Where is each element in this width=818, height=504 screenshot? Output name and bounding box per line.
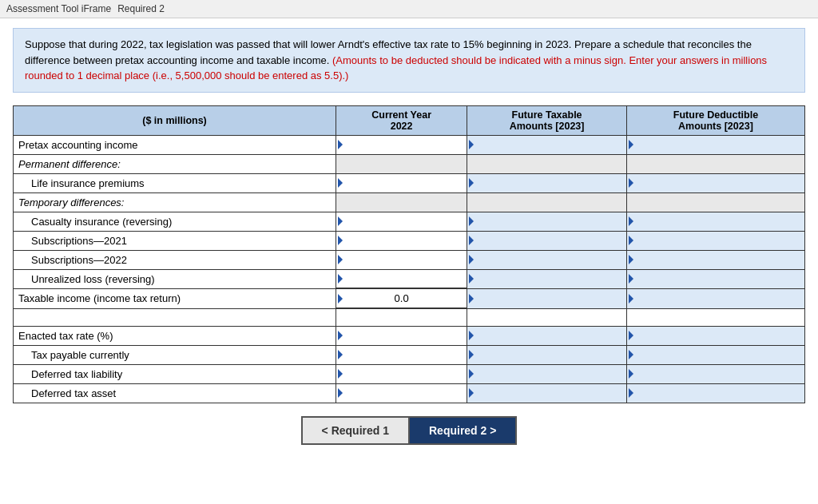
main-container: Suppose that during 2022, tax legislatio… <box>0 18 818 454</box>
triangle-icon <box>629 294 633 304</box>
triangle-icon <box>338 350 343 359</box>
header-col2: Future TaxableAmounts [2023] <box>467 105 627 135</box>
triangle-icon <box>629 236 633 245</box>
table-row: Deferred tax asset <box>14 383 805 403</box>
triangle-icon <box>629 255 633 264</box>
triangle-icon <box>629 331 633 340</box>
table-row: Permanent difference: <box>14 154 805 173</box>
triangle-icon <box>338 236 343 245</box>
nav-buttons: < Required 1 Required 2 > <box>13 416 805 445</box>
triangle-icon <box>338 216 343 226</box>
triangle-icon <box>338 331 343 340</box>
triangle-icon <box>629 140 633 149</box>
table-row: Taxable income (income tax return) 0.0 <box>14 288 805 308</box>
triangle-icon <box>338 255 343 264</box>
triangle-icon <box>469 350 474 359</box>
row-label: Life insurance premiums <box>14 173 336 192</box>
triangle-icon <box>469 236 474 245</box>
header-row-label: ($ in millions) <box>14 105 336 135</box>
row-label: Pretax accounting income <box>14 135 336 154</box>
triangle-icon <box>629 178 633 188</box>
triangle-icon <box>469 388 474 398</box>
triangle-icon <box>338 294 343 304</box>
row-label: Unrealized loss (reversing) <box>14 269 336 288</box>
table-row: Subscriptions—2022 <box>14 250 805 269</box>
triangle-icon <box>629 350 633 359</box>
triangle-icon <box>338 369 343 379</box>
table-row: Subscriptions—2021 <box>14 231 805 250</box>
row-label: Subscriptions—2022 <box>14 250 336 269</box>
row-label: Deferred tax liability <box>14 364 336 383</box>
triangle-icon <box>469 178 474 188</box>
triangle-icon <box>629 216 633 226</box>
header-col3: Future DeductibleAmounts [2023] <box>626 105 804 135</box>
triangle-icon <box>469 216 474 226</box>
triangle-icon <box>469 294 474 304</box>
row-label: Enacted tax rate (%) <box>14 326 336 345</box>
table-row: Casualty insurance (reversing) <box>14 212 805 231</box>
next-button[interactable]: Required 2 > <box>409 416 517 445</box>
table-row: Deferred tax liability <box>14 364 805 383</box>
triangle-icon <box>469 255 474 264</box>
table-row: Unrealized loss (reversing) <box>14 269 805 288</box>
header-col1: Current Year2022 <box>336 105 467 135</box>
table-row: Enacted tax rate (%) <box>14 326 805 345</box>
prev-button[interactable]: < Required 1 <box>301 416 409 445</box>
triangle-icon <box>469 140 474 149</box>
triangle-icon <box>629 388 633 398</box>
triangle-icon <box>629 274 633 284</box>
table-row: Pretax accounting income <box>14 135 805 154</box>
row-label: Temporary differences: <box>14 192 336 212</box>
row-label: Tax payable currently <box>14 345 336 364</box>
table-row: Tax payable currently <box>14 345 805 364</box>
tool-label: Assessment Tool iFrame <box>6 3 111 14</box>
table-row: Life insurance premiums <box>14 173 805 192</box>
row-label: Casualty insurance (reversing) <box>14 212 336 231</box>
top-bar: Assessment Tool iFrame Required 2 <box>0 0 818 18</box>
triangle-icon <box>338 140 343 149</box>
triangle-icon <box>338 388 343 398</box>
row-label: Subscriptions—2021 <box>14 231 336 250</box>
row-label: Deferred tax asset <box>14 383 336 403</box>
triangle-icon <box>469 274 474 284</box>
triangle-icon <box>469 331 474 340</box>
table-row: Temporary differences: <box>14 192 805 212</box>
schedule-table: ($ in millions) Current Year2022 Future … <box>13 105 805 403</box>
triangle-icon <box>338 274 343 284</box>
row-label: Taxable income (income tax return) <box>14 288 336 308</box>
triangle-icon <box>629 369 633 379</box>
instruction-box: Suppose that during 2022, tax legislatio… <box>13 28 805 93</box>
triangle-icon <box>338 178 343 188</box>
row-label: Permanent difference: <box>14 154 336 173</box>
triangle-icon <box>469 369 474 379</box>
tab-label: Required 2 <box>117 3 165 14</box>
